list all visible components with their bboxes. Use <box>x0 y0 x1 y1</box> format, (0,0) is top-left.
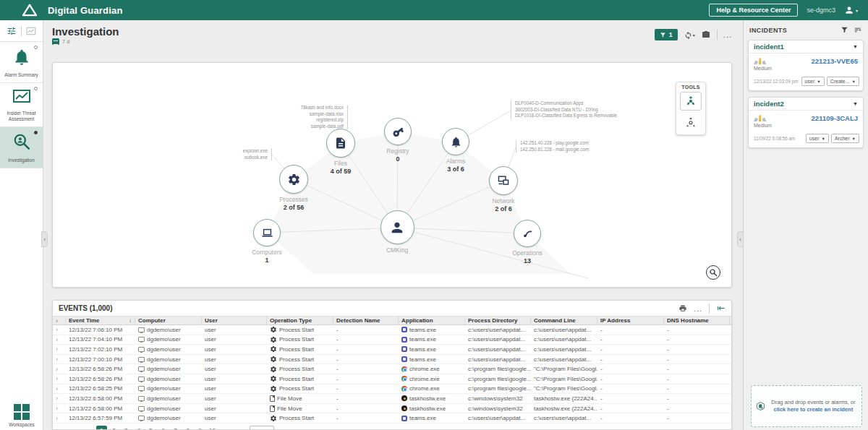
graph-node-cmking-center[interactable]: CMKing <box>365 210 430 254</box>
incident-name: incident2 <box>754 100 784 108</box>
chevron-down-icon: ▼ <box>853 101 858 106</box>
collapse-panel-button[interactable] <box>716 304 726 312</box>
incident-assignee-dropdown[interactable]: user▼ <box>801 77 825 86</box>
table-row[interactable]: ›12/13/22 6:58:26 PMdgdemo\useruserProce… <box>53 374 731 384</box>
page-button[interactable]: 9 <box>195 426 205 430</box>
filter-button[interactable]: 1 <box>655 29 678 40</box>
person-icon <box>389 220 405 236</box>
minimap-card-icon[interactable] <box>26 27 36 35</box>
sidebar-item-alarm-summary[interactable]: Alarm Summary <box>0 42 43 83</box>
events-more-options-button[interactable]: ... <box>694 304 702 313</box>
chrome-app-icon <box>401 386 407 392</box>
row-expander-icon[interactable]: › <box>56 415 58 422</box>
cell-dns-hostname: - <box>664 413 730 423</box>
page-button[interactable]: 2 <box>109 426 119 430</box>
sidebar-item-workspaces[interactable]: Workspaces <box>0 401 43 427</box>
page-button[interactable]: 7 <box>170 426 181 430</box>
page-button[interactable]: 5 <box>145 426 156 430</box>
severity-label: Medium <box>754 123 772 128</box>
cell-event-time: 12/13/22 6:58:00 PM <box>66 404 135 413</box>
page-button[interactable]: 4 <box>133 426 144 430</box>
incident-card-header[interactable]: incident1 ▼ <box>749 40 863 53</box>
print-export-button[interactable] <box>678 304 687 312</box>
incidents-filter-icon[interactable] <box>841 26 848 34</box>
incident-status-dropdown[interactable]: Create...▼ <box>827 77 859 86</box>
create-incident-link[interactable]: click here to create an incident <box>774 406 854 413</box>
graph-node-registry[interactable]: Registry 0 <box>365 118 430 163</box>
column-header[interactable]: Process Directory <box>465 317 531 324</box>
page-button[interactable]: « <box>72 426 82 430</box>
table-row[interactable]: ›12/13/22 7:02:10 PMdgdemo\useruserProce… <box>53 345 731 355</box>
graph-node-processes[interactable]: Processes 2 of 56 <box>261 165 326 211</box>
page-button[interactable]: 1 <box>96 426 107 430</box>
incidents-sort-icon[interactable] <box>854 26 862 34</box>
row-expander-icon[interactable]: › <box>56 395 58 402</box>
column-header[interactable]: Detection Name <box>333 317 399 324</box>
page-button[interactable]: ‹ <box>84 426 95 430</box>
column-header[interactable]: Application <box>399 317 465 324</box>
page-button[interactable]: 10 <box>207 426 218 430</box>
table-row[interactable]: ›12/13/22 6:58:26 PMdgdemo\useruserProce… <box>53 364 731 374</box>
user-menu-button[interactable]: ▾ <box>844 5 858 15</box>
column-header[interactable]: User <box>202 317 267 324</box>
incident-assignee-dropdown[interactable]: user▼ <box>806 134 829 143</box>
top-bar: Digital Guardian Help & Resource Center … <box>0 0 868 20</box>
sidebar-item-insider-threat-assessment[interactable]: Insider Threat Assessment <box>0 83 43 127</box>
incident-id-link[interactable]: 221109-3CALJ <box>812 114 858 128</box>
column-header[interactable]: DNS Hostname <box>664 317 730 324</box>
page-button[interactable]: 8 <box>182 426 193 430</box>
page-button[interactable]: › <box>219 426 230 430</box>
tool-expand-node-button[interactable] <box>680 92 702 111</box>
incident-card-header[interactable]: incident2 ▼ <box>749 98 863 111</box>
more-options-button[interactable]: ... <box>723 30 732 39</box>
table-row[interactable]: ›12/13/22 6:57:59 PMdgdemo\useruserProce… <box>53 413 731 423</box>
camera-icon <box>701 30 711 39</box>
row-expander-icon[interactable]: › <box>56 385 58 392</box>
calendar-icon[interactable] <box>52 38 59 45</box>
sort-desc-icon: ↓ <box>129 317 132 324</box>
row-expander-icon[interactable]: › <box>56 345 58 353</box>
row-expander-icon[interactable]: › <box>56 326 58 333</box>
page-button[interactable]: 3 <box>121 426 132 430</box>
column-header[interactable]: Command Line <box>531 317 597 324</box>
graph-node-computers[interactable]: Computers 1 <box>234 219 299 264</box>
table-row[interactable]: ›12/13/22 6:58:25 PMdgdemo\useruserProce… <box>53 384 731 395</box>
table-row[interactable]: ›12/13/22 7:04:10 PMdgdemo\useruserProce… <box>53 335 731 345</box>
refresh-button[interactable]: ▾ <box>684 30 695 40</box>
table-row[interactable]: ›12/13/22 6:58:00 PMdgdemo\useruserFile … <box>53 404 731 414</box>
help-resource-center-button[interactable]: Help & Resource Center <box>709 4 798 17</box>
page-button[interactable]: 6 <box>158 426 169 430</box>
column-header[interactable]: Operation Type <box>267 317 333 324</box>
tune-filters-icon[interactable] <box>7 26 17 36</box>
snapshot-button[interactable] <box>701 30 711 39</box>
collapse-right-panel-button[interactable]: ‹ <box>737 231 744 247</box>
graph-node-network[interactable]: Network 2 of 6 <box>471 166 536 212</box>
cell-user: user <box>202 394 267 403</box>
incident-dropzone[interactable]: Drag and drop events or alarms, or click… <box>751 385 862 427</box>
zoom-fit-button[interactable] <box>706 265 720 280</box>
graph-node-operations[interactable]: Operations 13 <box>495 220 560 265</box>
page-button[interactable]: » <box>231 426 242 430</box>
tool-layout-button[interactable] <box>680 113 702 132</box>
cell-user: user <box>202 384 267 394</box>
column-header[interactable]: IP Address <box>597 317 664 324</box>
incident-status-dropdown[interactable]: Archer▼ <box>831 134 859 143</box>
sidebar-item-investigation[interactable]: Investigation <box>0 127 43 168</box>
row-expander-icon[interactable]: › <box>56 356 58 363</box>
row-expander-icon[interactable]: › <box>56 405 58 412</box>
cell-ip-address: - <box>597 335 664 345</box>
collapse-left-panel-button[interactable]: ‹ <box>41 231 48 247</box>
table-row[interactable]: ›12/13/22 6:58:00 PMdgdemo\useruserFile … <box>53 394 731 404</box>
incident-id-link[interactable]: 221213-VVE65 <box>812 57 858 71</box>
table-row[interactable]: ›12/13/22 7:00:10 PMdgdemo\useruserProce… <box>53 355 731 365</box>
file-move-icon <box>270 405 275 412</box>
column-header[interactable]: Computer <box>135 317 202 324</box>
goto-page-input[interactable] <box>250 426 274 430</box>
row-expander-icon[interactable]: › <box>56 336 58 343</box>
row-expander-icon[interactable]: › <box>56 375 58 382</box>
column-header[interactable]: Event Time↓ <box>66 317 135 324</box>
table-row[interactable]: ›12/13/22 7:06:10 PMdgdemo\useruserProce… <box>53 325 731 335</box>
row-expander-icon[interactable]: › <box>56 366 58 373</box>
investigation-toolbar: 1 ▾ ... <box>655 29 732 40</box>
time-range-label[interactable]: 7 d <box>62 38 69 45</box>
